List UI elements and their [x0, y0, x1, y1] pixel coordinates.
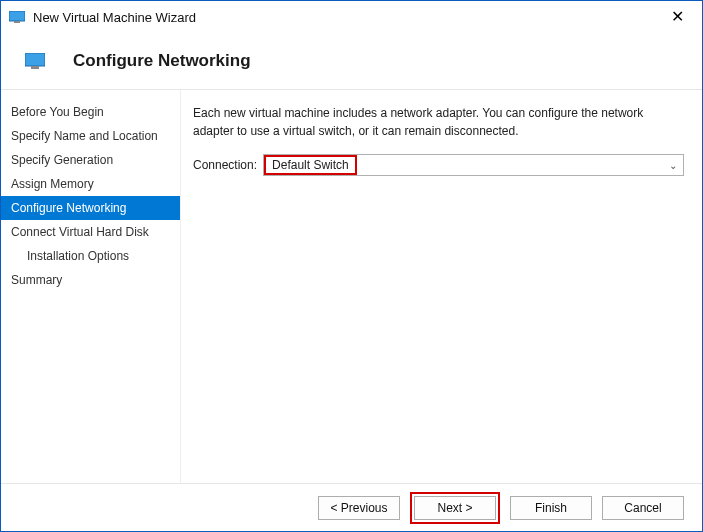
- page-title: Configure Networking: [73, 51, 251, 71]
- steps-list: Before You Begin Specify Name and Locati…: [1, 90, 181, 483]
- connection-label: Connection:: [193, 158, 257, 172]
- content-pane: Each new virtual machine includes a netw…: [181, 90, 702, 483]
- next-button[interactable]: Next >: [414, 496, 496, 520]
- step-summary[interactable]: Summary: [1, 268, 180, 292]
- previous-button[interactable]: < Previous: [318, 496, 400, 520]
- finish-button[interactable]: Finish: [510, 496, 592, 520]
- step-connect-vhd[interactable]: Connect Virtual Hard Disk: [1, 220, 180, 244]
- step-configure-networking[interactable]: Configure Networking: [1, 196, 180, 220]
- page-icon: [25, 53, 45, 69]
- step-specify-name-location[interactable]: Specify Name and Location: [1, 124, 180, 148]
- titlebar: New Virtual Machine Wizard ✕: [1, 1, 702, 33]
- connection-row: Connection: Default Switch ⌄: [193, 154, 684, 176]
- chevron-down-icon: ⌄: [669, 160, 677, 171]
- cancel-button[interactable]: Cancel: [602, 496, 684, 520]
- close-button[interactable]: ✕: [661, 5, 694, 29]
- step-installation-options[interactable]: Installation Options: [1, 244, 180, 268]
- connection-value: Default Switch: [264, 155, 357, 175]
- svg-rect-2: [25, 53, 45, 66]
- app-icon: [9, 11, 25, 23]
- step-specify-generation[interactable]: Specify Generation: [1, 148, 180, 172]
- svg-rect-3: [31, 66, 39, 69]
- wizard-body: Before You Begin Specify Name and Locati…: [1, 89, 702, 483]
- next-highlight: Next >: [410, 492, 500, 524]
- connection-select[interactable]: Default Switch ⌄: [263, 154, 684, 176]
- svg-rect-0: [9, 11, 25, 21]
- step-before-you-begin[interactable]: Before You Begin: [1, 100, 180, 124]
- footer: < Previous Next > Finish Cancel: [1, 483, 702, 531]
- svg-rect-1: [14, 21, 20, 23]
- description-text: Each new virtual machine includes a netw…: [193, 104, 684, 140]
- step-assign-memory[interactable]: Assign Memory: [1, 172, 180, 196]
- window-title: New Virtual Machine Wizard: [33, 10, 661, 25]
- page-header: Configure Networking: [1, 33, 702, 89]
